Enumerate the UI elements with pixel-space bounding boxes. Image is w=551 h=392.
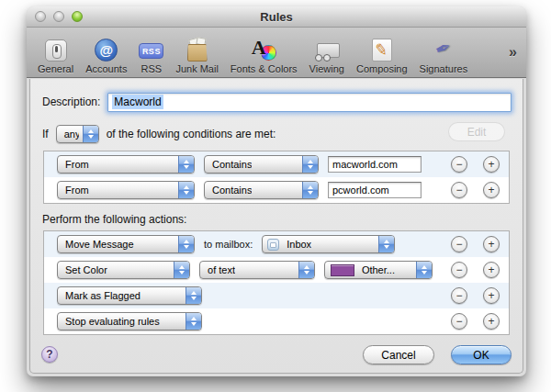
toolbar-label: Composing	[356, 63, 408, 74]
action-row: Set Color of text Other... − +	[44, 257, 509, 283]
popup-arrows-icon	[302, 182, 318, 198]
toolbar-label: General	[38, 63, 73, 74]
traffic-lights	[35, 11, 83, 22]
toolbar-item-fonts-colors[interactable]: A Fonts & Colors	[231, 34, 298, 74]
window-title: Rules	[27, 6, 526, 28]
toolbar-item-composing[interactable]: ✎ Composing	[356, 34, 408, 74]
cancel-button[interactable]: Cancel	[363, 345, 434, 364]
add-action-button[interactable]: +	[483, 262, 500, 278]
toolbar-label: RSS	[141, 63, 163, 74]
remove-action-button[interactable]: −	[451, 313, 467, 330]
add-action-button[interactable]: +	[483, 287, 500, 304]
description-label: Description:	[42, 95, 100, 108]
toolbar-item-accounts[interactable]: @ Accounts	[85, 34, 127, 74]
add-action-button[interactable]: +	[483, 313, 500, 330]
general-icon	[45, 39, 67, 62]
popup-arrows-icon	[186, 287, 201, 304]
action-row: Move Message to mailbox: Inbox − +	[44, 231, 509, 257]
condition-value-input[interactable]	[328, 182, 422, 198]
condition-field-popup[interactable]: From	[57, 155, 195, 174]
toolbar-item-viewing[interactable]: Viewing	[309, 34, 344, 74]
add-action-button[interactable]: +	[483, 236, 500, 252]
remove-action-button[interactable]: −	[451, 287, 467, 304]
toolbar-item-junk-mail[interactable]: Junk Mail	[175, 34, 218, 74]
popup-arrows-icon	[378, 236, 394, 252]
remove-action-button[interactable]: −	[451, 262, 467, 278]
toolbar-label: Viewing	[309, 63, 344, 74]
toolbar-label: Junk Mail	[175, 63, 218, 74]
description-value: Macworld	[112, 95, 163, 109]
close-button[interactable]	[35, 11, 46, 22]
to-mailbox-label: to mailbox:	[204, 239, 253, 250]
signatures-icon: ✒	[432, 36, 455, 62]
fonts-colors-icon: A	[252, 38, 276, 62]
description-input[interactable]: Macworld	[107, 93, 512, 112]
action-type-popup[interactable]: Set Color	[57, 261, 190, 279]
minimize-button[interactable]	[53, 11, 64, 22]
rules-window: Rules General @ Accounts RSS RSS Junk Ma…	[27, 6, 526, 376]
mailbox-popup[interactable]: Inbox	[262, 235, 395, 253]
condition-field-popup[interactable]: From	[57, 181, 195, 199]
condition-value-input[interactable]	[328, 156, 422, 173]
popup-arrows-icon	[174, 262, 189, 278]
junk-mail-icon	[186, 38, 208, 62]
toolbar-label: Fonts & Colors	[231, 63, 298, 74]
condition-row: From Contains − +	[44, 151, 509, 177]
popup-arrows-icon	[178, 182, 194, 198]
action-row: Stop evaluating rules − +	[44, 308, 509, 334]
toolbar-item-signatures[interactable]: ✒ Signatures	[420, 34, 468, 74]
preferences-toolbar: General @ Accounts RSS RSS Junk Mail A F…	[27, 28, 526, 78]
toolbar-item-general[interactable]: General	[38, 34, 73, 74]
popup-arrows-icon	[186, 313, 201, 330]
actions-box: Move Message to mailbox: Inbox − +	[43, 230, 510, 335]
rss-icon: RSS	[139, 43, 163, 59]
inbox-icon	[267, 239, 279, 251]
add-condition-button[interactable]: +	[483, 182, 500, 198]
accounts-icon: @	[95, 39, 118, 62]
conditions-caption: of the following conditions are met:	[107, 128, 276, 140]
popup-arrows-icon	[178, 156, 194, 173]
actions-caption: Perform the following actions:	[42, 213, 186, 226]
remove-condition-button[interactable]: −	[451, 156, 467, 173]
condition-operator-popup[interactable]: Contains	[204, 181, 319, 199]
title-bar[interactable]: Rules	[27, 6, 526, 28]
action-type-popup[interactable]: Stop evaluating rules	[57, 312, 202, 330]
popup-arrows-icon	[298, 262, 314, 278]
color-value-popup[interactable]: Other...	[324, 261, 433, 279]
toolbar-item-rss[interactable]: RSS RSS	[139, 34, 163, 74]
color-swatch	[331, 264, 354, 276]
popup-arrows-icon	[302, 156, 318, 173]
toolbar-overflow-chevron-icon[interactable]: »	[509, 44, 519, 61]
condition-row: From Contains − +	[44, 177, 509, 203]
add-condition-button[interactable]: +	[483, 156, 500, 173]
if-label: If	[42, 128, 49, 140]
popup-arrows-icon	[178, 236, 194, 252]
help-button[interactable]: ?	[41, 346, 58, 363]
remove-condition-button[interactable]: −	[451, 182, 467, 198]
ok-button[interactable]: OK	[451, 345, 512, 364]
action-row: Mark as Flagged − +	[44, 283, 509, 308]
zoom-button[interactable]	[72, 11, 83, 22]
action-type-popup[interactable]: Move Message	[57, 235, 195, 253]
toolbar-label: Signatures	[420, 63, 468, 74]
action-type-popup[interactable]: Mark as Flagged	[57, 286, 202, 305]
ghost-edit-button: Edit	[448, 122, 505, 141]
toolbar-label: Accounts	[85, 63, 127, 74]
popup-arrows-icon	[83, 126, 98, 142]
page-background: Rules General @ Accounts RSS RSS Junk Ma…	[0, 0, 551, 392]
composing-icon: ✎	[372, 39, 392, 62]
color-target-popup[interactable]: of text	[199, 261, 315, 279]
remove-action-button[interactable]: −	[451, 236, 467, 252]
conditions-box: From Contains − + From	[43, 151, 510, 204]
condition-operator-popup[interactable]: Contains	[204, 155, 319, 174]
match-quantifier-popup[interactable]: any	[56, 125, 99, 143]
popup-arrows-icon	[416, 262, 432, 278]
rule-editor-sheet: Edit Description: Macworld If any of the…	[29, 79, 523, 374]
viewing-icon	[314, 43, 340, 62]
